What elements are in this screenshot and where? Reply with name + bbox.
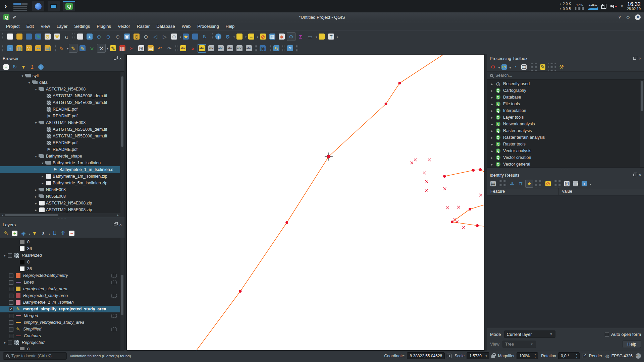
volume-muted-icon[interactable]	[610, 4, 617, 9]
expand-arrow-icon[interactable]	[33, 201, 39, 205]
layer-item[interactable]: Reprojected	[0, 339, 120, 346]
browser-item[interactable]: Bathymetrie_1m_isolinien	[0, 160, 120, 166]
toolbox-category[interactable]: Layer tools	[487, 114, 640, 121]
paste-features-button[interactable]: ▤	[146, 44, 155, 53]
layer-item[interactable]: 0	[0, 239, 120, 245]
print-results-button[interactable]: ▭	[572, 180, 580, 188]
messages-icon[interactable]	[636, 353, 641, 359]
identify-mode-button[interactable]: i	[580, 180, 588, 188]
layer-item[interactable]: simplify_reprojected_study_area	[0, 319, 120, 326]
layer-visibility-checkbox[interactable]	[9, 327, 13, 331]
browser-item[interactable]: data	[0, 79, 120, 86]
layer-item[interactable]: Merged	[0, 312, 120, 319]
browser-item[interactable]: ASTGTM2_N54E008_dem.tif	[0, 93, 120, 99]
toolbox-search-input[interactable]	[495, 73, 641, 78]
menu-item[interactable]: Processing	[194, 23, 222, 30]
add-selected-layers-button[interactable]: +	[2, 63, 10, 71]
open-project-button[interactable]	[15, 32, 24, 41]
toolbar-handle[interactable]	[548, 63, 556, 71]
expand-arrow-icon[interactable]	[489, 142, 495, 146]
edit-features-in-place-button[interactable]: ✎	[539, 63, 547, 71]
map-canvas[interactable]	[126, 54, 485, 351]
show-hide-labels-button[interactable]: abc	[216, 44, 225, 53]
app-launcher-icon[interactable]: ›	[1, 2, 10, 11]
magnifier-stepper[interactable]: 100%	[517, 352, 538, 359]
statistical-summary-button[interactable]: Σ	[296, 32, 305, 41]
toolbar-handle[interactable]	[2, 33, 4, 40]
expand-arrow-icon[interactable]	[40, 175, 45, 178]
menu-item[interactable]: Web	[178, 23, 194, 30]
deselect-features-button[interactable]: ⊘	[259, 32, 267, 41]
new-spatial-bookmark-button[interactable]: ★	[181, 32, 190, 41]
new-geopackage-layer-button[interactable]: ◍	[15, 44, 24, 53]
run-feature-action-button[interactable]: ⚙	[223, 32, 232, 41]
expand-arrow-icon[interactable]	[489, 96, 495, 99]
scroll-left-button[interactable]: ◂	[0, 213, 4, 217]
locate-input[interactable]	[11, 354, 64, 358]
form-view-button[interactable]: ▤	[489, 180, 497, 188]
close-panel-icon[interactable]: ×	[119, 56, 122, 61]
new-project-button[interactable]	[6, 32, 14, 41]
layout-manager-button[interactable]: ⚒	[53, 32, 61, 41]
zoom-full-button[interactable]: ▣	[123, 32, 131, 41]
layer-visibility-checkbox[interactable]	[9, 300, 13, 305]
expand-arrow-icon[interactable]	[26, 81, 32, 84]
toolbox-category[interactable]: Interpolation	[487, 107, 640, 114]
move-label-button[interactable]: abc	[226, 44, 234, 53]
browser-item[interactable]: N054E008	[0, 186, 120, 193]
toolbar-handle[interactable]	[498, 180, 506, 188]
collapse-all-button[interactable]: ↥	[28, 63, 36, 71]
taskbar-qgis-app[interactable]: Q	[63, 1, 75, 11]
render-checkbox[interactable]	[583, 354, 587, 358]
toolbar-handle[interactable]	[553, 180, 561, 188]
save-project-button[interactable]	[24, 32, 33, 41]
save-layer-edits-button[interactable]: ✎	[78, 44, 87, 53]
results-viewer-button[interactable]: ▤	[520, 63, 528, 71]
browser-item[interactable]: Bathymetrie_1_m_Isolinien.s	[0, 166, 120, 173]
expand-arrow-icon[interactable]	[489, 136, 495, 139]
expand-all-button[interactable]: ⇊	[508, 180, 516, 188]
layer-item[interactable]: Contours	[0, 333, 120, 339]
value-column-header[interactable]: Value	[559, 188, 575, 195]
add-line-feature-button[interactable]: V	[88, 44, 96, 53]
expand-arrow-icon[interactable]	[33, 208, 39, 212]
manage-map-themes-button[interactable]: ◉	[19, 229, 28, 237]
layer-visibility-checkbox[interactable]	[9, 274, 13, 278]
menu-item[interactable]: Database	[153, 23, 178, 30]
taskbar-display-app[interactable]	[48, 1, 60, 11]
menu-item[interactable]: Help	[222, 23, 238, 30]
toolbox-category[interactable]: File tools	[487, 101, 640, 107]
history-button[interactable]: ◔	[511, 63, 519, 71]
new-spatialite-layer-button[interactable]: ✒	[34, 44, 43, 53]
layer-visibility-checkbox[interactable]	[9, 294, 13, 298]
expand-arrow-icon[interactable]	[489, 109, 495, 113]
browser-item[interactable]: ASTGTM2_N55E008_num.tif	[0, 133, 120, 139]
expand-arrow-icon[interactable]	[2, 254, 7, 257]
toolbox-vscrollbar[interactable]	[640, 80, 644, 167]
mode-select[interactable]: Current layer ▼	[504, 330, 555, 338]
zoom-native-button[interactable]: ⊙	[113, 32, 122, 41]
expand-arrow-icon[interactable]	[489, 116, 495, 119]
expand-arrow-icon[interactable]	[489, 149, 495, 153]
expand-arrow-icon[interactable]	[2, 341, 7, 345]
text-annotation-button[interactable]: T	[327, 32, 335, 41]
close-panel-icon[interactable]: ×	[639, 56, 641, 61]
copy-results-button[interactable]: ⊞	[563, 180, 571, 188]
menu-item[interactable]: Plugins	[93, 23, 114, 30]
refresh-browser-button[interactable]: ↻	[11, 63, 19, 71]
layer-visibility-checkbox[interactable]	[9, 280, 13, 285]
toolbar-handle[interactable]	[210, 33, 213, 40]
expand-arrow-icon[interactable]	[33, 121, 39, 125]
toolbar-handle[interactable]	[72, 33, 74, 40]
data-source-manager-button[interactable]: +	[6, 44, 14, 53]
browser-item[interactable]: README.pdf	[0, 146, 120, 153]
zoom-out-button[interactable]: ⊖	[104, 32, 113, 41]
toolbar-handle[interactable]	[529, 63, 537, 71]
expand-arrow-icon[interactable]	[33, 195, 39, 198]
panel-splitter[interactable]	[487, 168, 644, 171]
toolbar-handle[interactable]	[175, 45, 177, 52]
toolbar-handle[interactable]	[255, 45, 257, 52]
toolbar-handle[interactable]	[296, 45, 298, 52]
labeling-options-button[interactable]: abc	[198, 44, 206, 53]
browser-item[interactable]: sylt	[0, 72, 120, 79]
